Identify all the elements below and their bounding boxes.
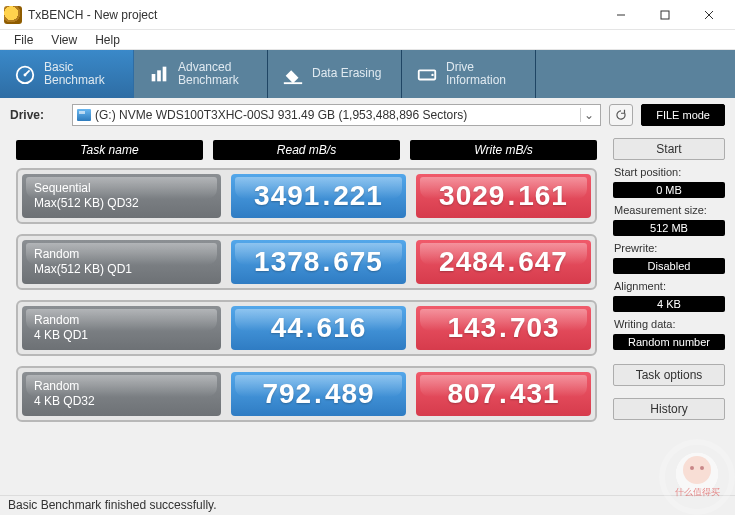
column-headers: Task name Read mB/s Write mB/s	[16, 140, 597, 160]
task-name-2: Max(512 KB) QD32	[34, 196, 139, 211]
status-bar: Basic Benchmark finished successfully.	[0, 495, 735, 515]
task-options-button[interactable]: Task options	[613, 364, 725, 386]
gauge-icon	[14, 63, 36, 85]
tab-label: Information	[446, 74, 506, 87]
reload-icon	[614, 108, 628, 122]
close-button[interactable]	[687, 0, 731, 30]
file-mode-button[interactable]: FILE mode	[641, 104, 725, 126]
menu-view[interactable]: View	[43, 31, 85, 49]
header-read: Read mB/s	[213, 140, 400, 160]
header-task: Task name	[16, 140, 203, 160]
result-row: RandomMax(512 KB) QD11378.6752484.647	[16, 234, 597, 290]
task-name-cell: Random4 KB QD32	[22, 372, 221, 416]
svg-rect-8	[157, 70, 161, 81]
tab-basic-benchmark[interactable]: BasicBenchmark	[0, 50, 134, 98]
read-value-cell: 44.616	[231, 306, 406, 350]
task-name-cell: SequentialMax(512 KB) QD32	[22, 174, 221, 218]
write-value-cell: 3029.161	[416, 174, 591, 218]
read-value-cell: 792.489	[231, 372, 406, 416]
menubar: File View Help	[0, 30, 735, 50]
menu-help[interactable]: Help	[87, 31, 128, 49]
read-value-cell: 3491.221	[231, 174, 406, 218]
drive-glyph-icon	[77, 109, 91, 121]
titlebar: TxBENCH - New project	[0, 0, 735, 30]
svg-rect-9	[163, 67, 167, 82]
measurement-size-label: Measurement size:	[613, 204, 725, 216]
history-button[interactable]: History	[613, 398, 725, 420]
drive-select[interactable]: (G:) NVMe WDS100T3XHC-00SJ 931.49 GB (1,…	[72, 104, 601, 126]
read-value: 792.489	[262, 378, 374, 410]
bars-icon	[148, 63, 170, 85]
task-name-2: 4 KB QD32	[34, 394, 95, 409]
tab-label: Benchmark	[44, 74, 105, 87]
svg-point-12	[431, 74, 433, 76]
svg-rect-7	[152, 74, 156, 81]
result-row: SequentialMax(512 KB) QD323491.2213029.1…	[16, 168, 597, 224]
task-name-1: Random	[34, 247, 132, 262]
start-button[interactable]: Start	[613, 138, 725, 160]
erase-icon	[282, 63, 304, 85]
write-value: 143.703	[447, 312, 559, 344]
read-value-cell: 1378.675	[231, 240, 406, 284]
write-value-cell: 143.703	[416, 306, 591, 350]
drive-label: Drive:	[10, 108, 64, 122]
chevron-down-icon: ⌄	[580, 108, 596, 122]
svg-point-6	[24, 73, 27, 76]
task-name-1: Random	[34, 379, 95, 394]
task-name-2: 4 KB QD1	[34, 328, 88, 343]
tabs-fill	[536, 50, 735, 98]
writing-data-label: Writing data:	[613, 318, 725, 330]
side-panel: Start Start position: 0 MB Measurement s…	[613, 138, 725, 422]
header-write: Write mB/s	[410, 140, 597, 160]
read-value: 3491.221	[254, 180, 383, 212]
write-value-cell: 807.431	[416, 372, 591, 416]
app-icon	[4, 6, 22, 24]
result-row: Random4 KB QD144.616143.703	[16, 300, 597, 356]
task-name-1: Sequential	[34, 181, 139, 196]
drive-value: (G:) NVMe WDS100T3XHC-00SJ 931.49 GB (1,…	[95, 108, 467, 122]
prewrite-label: Prewrite:	[613, 242, 725, 254]
tab-label: Benchmark	[178, 74, 239, 87]
read-value: 1378.675	[254, 246, 383, 278]
read-value: 44.616	[271, 312, 367, 344]
window-title: TxBENCH - New project	[28, 8, 599, 22]
tab-label: Data Erasing	[312, 67, 381, 80]
task-name-2: Max(512 KB) QD1	[34, 262, 132, 277]
tab-drive-information[interactable]: DriveInformation	[402, 50, 536, 98]
alignment-value[interactable]: 4 KB	[613, 296, 725, 312]
write-value: 3029.161	[439, 180, 568, 212]
start-position-label: Start position:	[613, 166, 725, 178]
result-row: Random4 KB QD32792.489807.431	[16, 366, 597, 422]
tab-data-erasing[interactable]: Data Erasing	[268, 50, 402, 98]
reload-button[interactable]	[609, 104, 633, 126]
write-value-cell: 2484.647	[416, 240, 591, 284]
write-value: 2484.647	[439, 246, 568, 278]
task-name-1: Random	[34, 313, 88, 328]
measurement-size-value[interactable]: 512 MB	[613, 220, 725, 236]
results-panel: Task name Read mB/s Write mB/s Sequentia…	[10, 138, 603, 422]
tab-advanced-benchmark[interactable]: AdvancedBenchmark	[134, 50, 268, 98]
task-name-cell: Random4 KB QD1	[22, 306, 221, 350]
mode-tabs: BasicBenchmark AdvancedBenchmark Data Er…	[0, 50, 735, 98]
minimize-button[interactable]	[599, 0, 643, 30]
alignment-label: Alignment:	[613, 280, 725, 292]
drive-row: Drive: (G:) NVMe WDS100T3XHC-00SJ 931.49…	[0, 98, 735, 132]
drive-icon	[416, 63, 438, 85]
prewrite-value[interactable]: Disabled	[613, 258, 725, 274]
menu-file[interactable]: File	[6, 31, 41, 49]
maximize-button[interactable]	[643, 0, 687, 30]
task-name-cell: RandomMax(512 KB) QD1	[22, 240, 221, 284]
svg-rect-1	[661, 11, 669, 19]
write-value: 807.431	[447, 378, 559, 410]
start-position-value[interactable]: 0 MB	[613, 182, 725, 198]
writing-data-value[interactable]: Random number	[613, 334, 725, 350]
